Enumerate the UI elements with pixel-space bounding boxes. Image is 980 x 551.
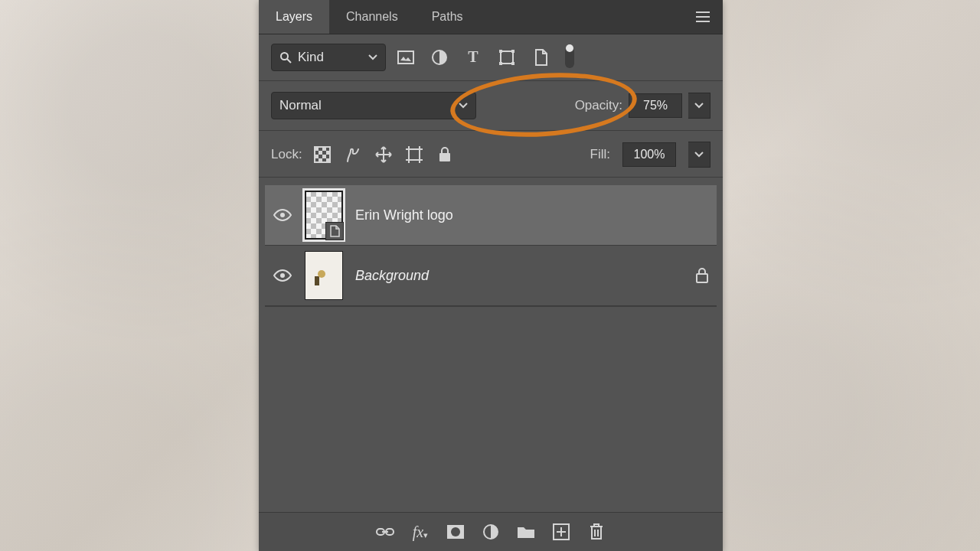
filter-type-select[interactable]: Kind [271, 44, 386, 71]
svg-rect-6 [499, 50, 502, 53]
svg-rect-9 [511, 62, 514, 65]
filter-type-layer-icon[interactable]: T [464, 48, 482, 67]
layer-name[interactable]: Background [355, 268, 429, 284]
svg-rect-8 [499, 62, 502, 65]
lock-all-icon[interactable] [436, 145, 454, 164]
blend-mode-select[interactable]: Normal [271, 92, 476, 119]
opacity-control: Opacity: 75% [575, 93, 710, 119]
filter-pixel-icon[interactable] [397, 48, 415, 67]
lock-transparency-icon[interactable] [313, 145, 332, 164]
link-icon [376, 527, 394, 537]
visibility-toggle[interactable] [273, 269, 292, 282]
svg-rect-23 [697, 274, 707, 282]
adjustment-icon [482, 523, 499, 540]
opacity-label: Opacity: [575, 98, 622, 113]
svg-point-28 [451, 527, 460, 536]
svg-point-21 [280, 213, 285, 217]
lock-fill-row: Lock: Fill: 100% [259, 131, 723, 168]
trash-icon [589, 523, 604, 541]
lock-position-icon[interactable] [374, 145, 393, 164]
chevron-down-icon [694, 152, 704, 158]
layers-list: Erin Wright logo Background [259, 178, 723, 307]
svg-text:T: T [468, 50, 479, 65]
opacity-dropdown-button[interactable] [688, 93, 710, 119]
svg-rect-11 [315, 147, 318, 151]
fill-label: Fill: [590, 147, 610, 162]
svg-rect-7 [511, 50, 514, 53]
smartobject-badge [325, 222, 344, 240]
lock-image-icon[interactable] [344, 145, 362, 164]
filter-icon-group: T [397, 47, 574, 68]
filter-shape-icon[interactable] [498, 48, 516, 67]
mask-icon [446, 524, 465, 540]
svg-rect-12 [322, 147, 326, 151]
svg-rect-14 [326, 151, 330, 155]
eye-icon [273, 209, 292, 221]
filter-smartobject-icon[interactable] [531, 48, 550, 67]
svg-rect-2 [398, 51, 413, 64]
layer-row[interactable]: Background [265, 246, 717, 306]
layer-thumbnail[interactable] [305, 251, 343, 300]
panel-menu-button[interactable] [694, 0, 712, 34]
panel-footer-toolbar: fx▾ [259, 512, 723, 551]
folder-icon [517, 524, 535, 540]
new-adjustment-layer-button[interactable] [481, 522, 501, 542]
blend-mode-value: Normal [279, 98, 322, 113]
svg-rect-5 [501, 51, 513, 64]
layers-panel: Layers Channels Paths Kind T [259, 0, 723, 551]
filter-adjustment-icon[interactable] [430, 48, 449, 67]
chevron-down-icon [459, 103, 468, 109]
lock-artboard-icon[interactable] [405, 145, 423, 164]
search-icon [279, 51, 292, 64]
eye-icon [273, 269, 292, 282]
panel-tabbar: Layers Channels Paths [259, 0, 723, 34]
layer-row[interactable]: Erin Wright logo [265, 185, 717, 246]
plus-square-icon [553, 523, 570, 540]
chevron-down-icon [694, 103, 704, 109]
svg-point-0 [281, 53, 288, 60]
svg-rect-17 [318, 158, 322, 162]
layer-style-button[interactable]: fx▾ [410, 522, 430, 542]
filter-toggle-knob [566, 44, 573, 52]
link-layers-button[interactable] [375, 522, 395, 542]
lock-label: Lock: [271, 147, 302, 162]
layer-thumbnail[interactable] [305, 191, 343, 240]
opacity-input[interactable]: 75% [629, 93, 682, 118]
filter-row: Kind T [259, 34, 723, 71]
add-mask-button[interactable] [446, 522, 466, 542]
chevron-down-icon [368, 54, 377, 60]
lock-icon [695, 268, 709, 283]
svg-rect-18 [326, 158, 330, 162]
tab-channels[interactable]: Channels [329, 0, 415, 34]
new-group-button[interactable] [516, 522, 536, 542]
layer-lock-indicator [695, 268, 709, 283]
tab-paths[interactable]: Paths [415, 0, 480, 34]
blend-opacity-row: Normal Opacity: 75% [259, 81, 723, 119]
svg-rect-19 [409, 149, 420, 160]
new-layer-button[interactable] [551, 522, 571, 542]
svg-rect-16 [322, 155, 326, 158]
svg-rect-15 [315, 155, 318, 158]
svg-rect-20 [439, 153, 450, 161]
svg-rect-13 [318, 151, 322, 155]
svg-line-1 [287, 59, 291, 63]
layer-name[interactable]: Erin Wright logo [355, 207, 453, 223]
svg-point-22 [280, 273, 285, 278]
menu-icon [696, 11, 710, 22]
filter-toggle[interactable] [565, 47, 574, 68]
fill-dropdown-button[interactable] [688, 142, 710, 168]
delete-layer-button[interactable] [586, 522, 606, 542]
tab-layers[interactable]: Layers [259, 0, 329, 34]
fill-input[interactable]: 100% [622, 142, 676, 167]
visibility-toggle[interactable] [273, 209, 292, 221]
filter-type-label: Kind [298, 50, 324, 65]
